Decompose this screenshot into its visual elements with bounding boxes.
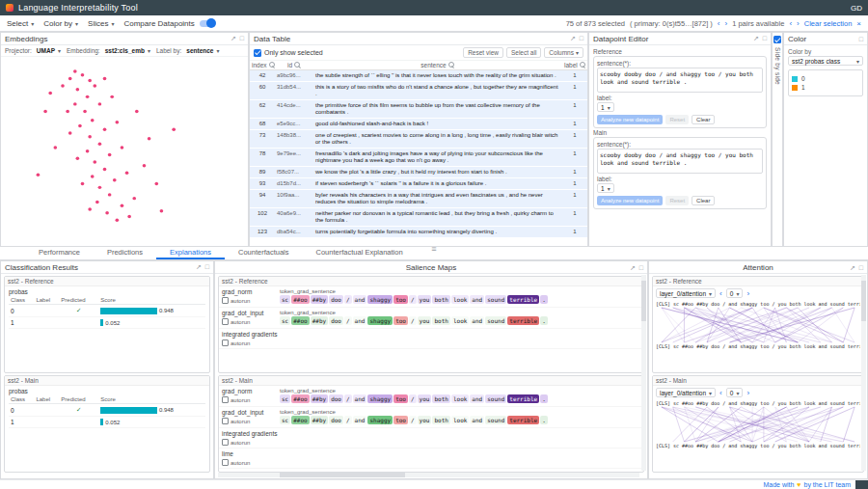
salience-token[interactable]: / — [409, 394, 417, 403]
tab-predictions[interactable]: Predictions — [94, 247, 156, 259]
scrollbar-thumb[interactable] — [641, 281, 646, 321]
datapoint-dot[interactable] — [143, 164, 147, 167]
salience-token[interactable]: sound — [485, 295, 506, 304]
popout-icon[interactable]: ↗ — [753, 35, 759, 42]
datapoint-dot[interactable] — [81, 73, 85, 76]
datapoint-dot[interactable] — [81, 182, 85, 185]
search-icon[interactable] — [448, 62, 455, 68]
next-datapoint-icon[interactable]: › — [725, 19, 728, 28]
salience-token[interactable]: you — [418, 316, 432, 325]
head-select[interactable]: 0▾ — [726, 288, 744, 298]
salience-token[interactable]: too — [393, 316, 408, 325]
label-select[interactable]: 1▾ — [597, 183, 614, 193]
datapoint-dot[interactable] — [73, 102, 77, 105]
autorun-checkbox[interactable]: autorun — [222, 396, 280, 403]
datapoint-dot[interactable] — [88, 135, 92, 138]
salience-token[interactable]: / — [344, 316, 352, 325]
datapoint-dot[interactable] — [127, 215, 131, 218]
scrollbar-thumb[interactable] — [280, 473, 405, 477]
columns-button[interactable]: Columns▾ — [544, 47, 583, 58]
table-row[interactable]: 73148b38...one of creepiest , scariest m… — [250, 130, 587, 149]
salience-token[interactable]: shaggy — [367, 394, 393, 403]
salience-token[interactable]: you — [418, 295, 432, 304]
datapoint-dot[interactable] — [93, 160, 96, 163]
salience-token[interactable]: . — [540, 394, 548, 403]
salience-token[interactable]: ##oo — [291, 295, 309, 304]
popout-icon[interactable]: ↗ — [630, 264, 636, 272]
column-header-sentence[interactable]: sentence — [313, 61, 562, 70]
user-initials[interactable]: GD — [851, 4, 862, 13]
datapoint-dot[interactable] — [110, 95, 114, 98]
datapoint-dot[interactable] — [91, 119, 95, 122]
salience-token[interactable]: look — [451, 394, 469, 403]
autorun-checkbox[interactable]: autorun — [222, 318, 280, 325]
table-row[interactable]: 93d15b7d...if steven soderbergh 's `` so… — [250, 178, 587, 190]
clear-selection-button[interactable]: Clear selection — [804, 19, 853, 28]
salience-token[interactable]: and — [470, 394, 484, 403]
embedding-select[interactable]: Embedding:sst2:cls_emb▾ — [67, 47, 150, 54]
salience-token[interactable]: sound — [485, 416, 506, 424]
color-by-menu[interactable]: Color by▾ — [43, 19, 78, 28]
datapoint-dot[interactable] — [61, 84, 65, 87]
salience-token[interactable]: and — [353, 394, 367, 403]
classification-row[interactable]: 0✓0.948 — [9, 404, 205, 417]
side-by-side-checkbox[interactable] — [773, 36, 781, 43]
clear-button[interactable]: Clear — [692, 196, 715, 205]
datapoint-dot[interactable] — [68, 131, 72, 134]
datapoint-dot[interactable] — [68, 77, 72, 80]
color-by-select[interactable]: sst2 probas class▾ — [788, 56, 863, 66]
salience-token[interactable]: / — [344, 416, 352, 424]
datapoint-dot[interactable] — [113, 178, 117, 181]
datapoint-dot[interactable] — [125, 172, 129, 175]
datapoint-dot[interactable] — [105, 211, 109, 214]
datapoint-dot[interactable] — [154, 182, 158, 185]
datapoint-dot[interactable] — [48, 92, 52, 95]
maximize-icon[interactable]: □ — [205, 263, 209, 271]
datapoint-dot[interactable] — [108, 153, 112, 156]
prev-pair-icon[interactable]: ‹ — [789, 19, 792, 28]
search-icon[interactable] — [294, 62, 301, 68]
salience-token[interactable]: ##oo — [291, 316, 309, 325]
salience-token[interactable]: shaggy — [367, 295, 393, 304]
salience-token[interactable]: and — [470, 316, 484, 325]
datapoint-dot[interactable] — [121, 146, 124, 149]
salience-token[interactable]: look — [451, 416, 469, 424]
table-row[interactable]: 10240a6e9...neither parker nor donovan i… — [250, 208, 587, 227]
autorun-checkbox[interactable]: autorun — [222, 418, 280, 424]
table-row[interactable]: 123dba54c...turns potentially forgettabl… — [250, 227, 587, 238]
salience-token[interactable]: too — [393, 394, 408, 403]
salience-token[interactable]: / — [409, 316, 417, 325]
next-head-icon[interactable]: › — [746, 289, 749, 298]
datapoint-dot[interactable] — [108, 193, 112, 196]
salience-token[interactable]: too — [393, 416, 408, 424]
salience-token[interactable]: look — [451, 316, 469, 325]
analyze-new-datapoint-button[interactable]: Analyze new datapoint — [597, 196, 663, 205]
salience-token[interactable]: / — [344, 394, 352, 403]
salience-token[interactable]: sc — [280, 295, 290, 304]
vertical-scrollbar[interactable] — [861, 275, 866, 471]
salience-token[interactable]: ##by — [311, 416, 328, 424]
salience-token[interactable]: and — [353, 316, 367, 325]
maximize-icon[interactable]: □ — [580, 35, 583, 42]
maximize-icon[interactable]: □ — [859, 264, 863, 272]
salience-token[interactable]: shaggy — [367, 416, 393, 424]
autorun-checkbox[interactable]: autorun — [222, 439, 280, 446]
maximize-icon[interactable]: □ — [859, 36, 863, 42]
clear-button[interactable]: Clear — [692, 115, 715, 124]
salience-token[interactable]: ##oo — [291, 394, 309, 403]
sentence-input[interactable]: scooby dooby doo / and shaggy too / you … — [597, 149, 763, 174]
salience-token[interactable]: terrible — [507, 316, 539, 325]
salience-token[interactable]: doo — [329, 316, 343, 325]
slices-menu[interactable]: Slices▾ — [88, 19, 114, 28]
table-row[interactable]: 89f58c07...we know the plot 's a little … — [250, 167, 587, 178]
salience-token[interactable]: / — [409, 416, 417, 424]
next-pair-icon[interactable]: › — [797, 19, 800, 28]
table-row[interactable]: 68e5e9cc...good old-fashioned slash-and-… — [250, 119, 587, 130]
salience-token[interactable]: too — [393, 295, 408, 304]
search-icon[interactable] — [269, 62, 276, 68]
datapoint-dot[interactable] — [66, 110, 69, 113]
datapoint-dot[interactable] — [76, 157, 80, 160]
labelby-select[interactable]: Label by:sentence▾ — [156, 47, 220, 54]
maximize-icon[interactable]: □ — [763, 35, 767, 42]
classification-row[interactable]: 10.052 — [9, 417, 205, 428]
